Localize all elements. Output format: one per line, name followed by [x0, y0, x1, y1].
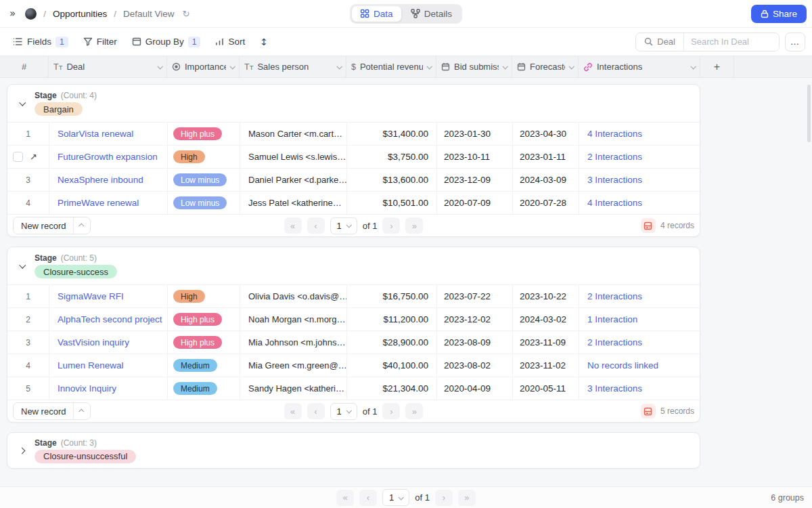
- filter-button[interactable]: Filter: [77, 33, 123, 51]
- revenue-cell: $21,304.00: [347, 377, 437, 400]
- interactions-link[interactable]: No records linked: [587, 360, 658, 371]
- expand-record-icon[interactable]: ↗: [30, 152, 37, 162]
- deal-link[interactable]: SolarVista renewal: [58, 129, 133, 139]
- column-header-potential-revenue[interactable]: $ Potential revenue: [346, 56, 436, 77]
- collapse-group-icon[interactable]: [14, 101, 29, 106]
- deal-link[interactable]: SigmaWave RFI: [58, 291, 124, 301]
- table-header-row: # TT Deal Importance TT Sales person $ P…: [0, 56, 812, 78]
- share-button[interactable]: Share: [751, 5, 807, 23]
- fields-button-label: Fields: [27, 37, 51, 47]
- breadcrumb-separator: /: [114, 9, 116, 19]
- first-page-button[interactable]: «: [336, 490, 354, 506]
- column-header-sales-person[interactable]: TT Sales person: [240, 56, 346, 77]
- group-by-button[interactable]: Group By 1: [126, 33, 207, 51]
- first-page-button[interactable]: «: [284, 217, 302, 234]
- more-options-button[interactable]: …: [785, 33, 805, 51]
- chevron-down-icon[interactable]: [229, 64, 235, 69]
- grid-content: Stage (Count: 4) Bargain 1 SolarVista re…: [0, 78, 812, 469]
- collapse-group-icon[interactable]: [14, 263, 29, 268]
- new-record-button[interactable]: New record: [14, 217, 74, 234]
- interactions-link[interactable]: 1 Interaction: [587, 314, 637, 324]
- group-icon: [132, 37, 141, 46]
- chevron-down-icon[interactable]: [568, 64, 574, 69]
- interactions-link[interactable]: 2 Interactions: [587, 337, 642, 347]
- tab-data[interactable]: Data: [352, 6, 401, 22]
- page-select[interactable]: 1: [382, 489, 409, 506]
- column-header-importance[interactable]: Importance: [167, 56, 240, 77]
- chevron-down-icon[interactable]: [502, 64, 508, 69]
- deal-link[interactable]: AlphaTech second project: [58, 314, 162, 324]
- interactions-link[interactable]: 3 Interactions: [587, 383, 642, 394]
- next-page-button[interactable]: ›: [435, 490, 453, 506]
- previous-page-button[interactable]: ‹: [307, 403, 325, 419]
- last-page-button[interactable]: »: [458, 490, 476, 506]
- next-page-button[interactable]: ›: [382, 217, 400, 234]
- column-header-forecasted[interactable]: Forecasted...: [512, 56, 579, 77]
- refresh-icon[interactable]: ↻: [183, 9, 190, 19]
- group-card-closure-unsuccessful: Stage (Count: 3) Closure-unsuccessful: [7, 432, 700, 469]
- last-page-button[interactable]: »: [405, 403, 423, 419]
- interactions-link[interactable]: 4 Interactions: [587, 129, 642, 139]
- search-box: Deal: [635, 33, 780, 51]
- column-header-interactions[interactable]: Interactions: [579, 56, 700, 77]
- new-record-button[interactable]: New record: [14, 403, 74, 419]
- search-field-selector[interactable]: Deal: [636, 33, 684, 51]
- chevron-down-icon[interactable]: [690, 64, 696, 69]
- table-row[interactable]: 3 VastVision inquiry High plus Mia Johns…: [7, 331, 700, 354]
- table-row[interactable]: 2 AlphaTech second project High plus Noa…: [7, 308, 700, 331]
- table-row[interactable]: 4 Lumen Renewal Medium Mia Green <m.gree…: [7, 354, 700, 377]
- table-row-hovered[interactable]: ↗ FutureGrowth expansion High Samuel Lew…: [7, 145, 700, 168]
- interactions-link[interactable]: 4 Interactions: [587, 198, 642, 208]
- table-row[interactable]: 1 SolarVista renewal High plus Mason Car…: [7, 122, 700, 145]
- table-row[interactable]: 4 PrimeWave renewal Low minus Jess Patel…: [7, 191, 700, 214]
- view-mode-tabs: Data Details: [350, 4, 462, 24]
- new-record-dropdown[interactable]: [74, 403, 90, 419]
- forecast-date-cell: 2024-03-09: [513, 169, 579, 191]
- page-select[interactable]: 1: [330, 217, 357, 234]
- search-input[interactable]: [684, 33, 779, 51]
- first-page-button[interactable]: «: [284, 403, 302, 419]
- chevron-down-icon[interactable]: [157, 64, 162, 69]
- row-checkbox[interactable]: [13, 152, 23, 162]
- chevron-down-icon[interactable]: [426, 64, 432, 69]
- vertical-scrollbar[interactable]: [807, 85, 811, 142]
- sort-button[interactable]: Sort: [209, 33, 251, 51]
- group-value-badge[interactable]: Closure-success: [35, 265, 117, 278]
- breadcrumb-view-name[interactable]: Default View: [123, 9, 175, 19]
- fields-button[interactable]: Fields 1: [7, 33, 74, 51]
- page-select[interactable]: 1: [330, 403, 357, 420]
- deal-link[interactable]: NexaSphere inbound: [58, 175, 143, 185]
- interactions-link[interactable]: 2 Interactions: [587, 152, 642, 162]
- last-page-button[interactable]: »: [405, 217, 423, 234]
- interactions-link[interactable]: 3 Interactions: [587, 175, 642, 185]
- previous-page-button[interactable]: ‹: [359, 490, 377, 506]
- column-header-bid-submission[interactable]: Bid submissi...: [436, 56, 512, 77]
- tab-details[interactable]: Details: [403, 6, 460, 22]
- expand-group-icon[interactable]: [14, 448, 29, 453]
- deal-link[interactable]: VastVision inquiry: [58, 337, 129, 347]
- deal-link[interactable]: FutureGrowth expansion: [58, 152, 158, 162]
- deal-link[interactable]: PrimeWave renewal: [58, 198, 139, 208]
- next-page-button[interactable]: ›: [382, 403, 400, 419]
- top-bar: » / Opportunities / Default View ↻ Data …: [0, 0, 812, 28]
- deal-link[interactable]: Innovix Inquiry: [58, 383, 116, 394]
- table-row[interactable]: 1 SigmaWave RFI High Olivia Davis <o.dav…: [7, 284, 700, 308]
- interactions-link[interactable]: 2 Interactions: [587, 291, 642, 301]
- new-record-dropdown[interactable]: [74, 217, 90, 234]
- add-field-button[interactable]: +: [700, 56, 734, 77]
- table-row[interactable]: 3 NexaSphere inbound Low minus Daniel Pa…: [7, 168, 700, 191]
- collapse-sidebar-icon[interactable]: »: [5, 6, 20, 21]
- table-row[interactable]: 5 Innovix Inquiry Medium Sandy Hagen <ka…: [7, 377, 700, 400]
- group-value-badge[interactable]: Closure-unsuccessful: [35, 450, 136, 463]
- breadcrumb-table-name[interactable]: Opportunities: [53, 9, 107, 19]
- row-height-button[interactable]: ↕: [254, 33, 274, 51]
- chevron-down-icon[interactable]: [336, 64, 342, 69]
- group-footer: New record « ‹ 1 of 1 › » 5 reco: [7, 400, 700, 422]
- base-emoji-icon[interactable]: [25, 8, 37, 20]
- calendar-icon: [517, 62, 526, 71]
- deal-link[interactable]: Lumen Renewal: [58, 360, 124, 371]
- group-value-badge[interactable]: Bargain: [35, 102, 83, 116]
- previous-page-button[interactable]: ‹: [307, 217, 325, 234]
- grid-icon: [360, 9, 369, 18]
- column-header-deal[interactable]: TT Deal: [49, 56, 167, 77]
